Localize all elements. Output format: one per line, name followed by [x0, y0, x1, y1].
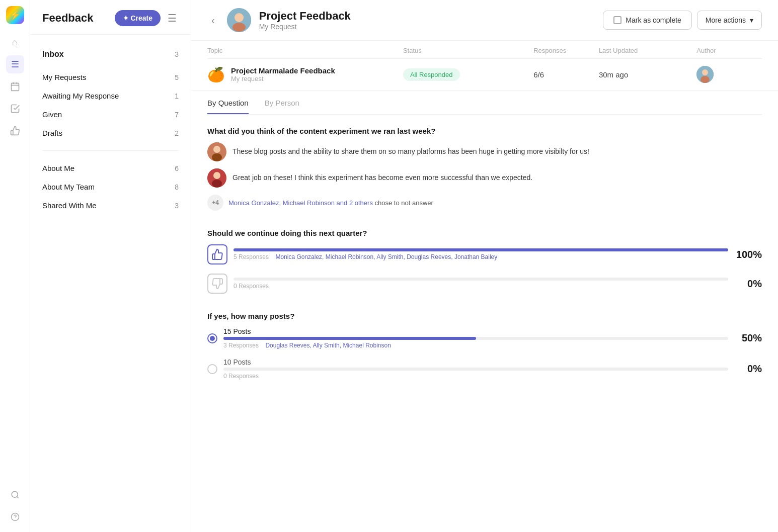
- respondent-1-avatar: [207, 142, 226, 161]
- svg-point-12: [702, 69, 708, 75]
- radio-15-dot: [210, 336, 215, 341]
- thumbsdown-pct: 0%: [734, 278, 762, 290]
- thumbsup-icon: [207, 244, 227, 264]
- thumbsup-bar-info: 5 Responses Monica Gonzalez, Michael Rob…: [234, 253, 728, 260]
- topic-sub: My request: [231, 75, 335, 82]
- sidebar-item-about-me[interactable]: About Me 6: [30, 159, 191, 178]
- more-actions-chevron-icon: ▾: [750, 16, 753, 24]
- main-content: ‹ Project Feedback My Request Mark as co…: [191, 0, 778, 532]
- radio-15-circle: [207, 333, 217, 343]
- page-subtitle: My Request: [259, 23, 351, 31]
- header-left: ‹ Project Feedback My Request: [207, 8, 351, 32]
- given-label: Given: [42, 110, 62, 119]
- my-requests-label: My Requests: [42, 73, 87, 81]
- thumbsdown-bar-track: [234, 278, 728, 281]
- radio-10-bar-info: 0 Responses: [223, 373, 728, 380]
- svg-point-13: [701, 76, 710, 83]
- inbox-count: 3: [175, 50, 179, 58]
- hamburger-button[interactable]: ☰: [166, 10, 179, 26]
- feedback-nav-icon[interactable]: ☰: [6, 55, 24, 73]
- respondent-2-avatar: [207, 168, 226, 188]
- checkbox-icon: [613, 16, 621, 24]
- app-logo-icon: ⚡: [10, 10, 21, 21]
- sidebar-item-given[interactable]: Given 7: [30, 105, 191, 124]
- response-item-2: Great job on these! I think this experim…: [207, 168, 762, 188]
- header-title-block: Project Feedback My Request: [259, 10, 351, 31]
- radio-15-names: Douglas Reeves, Ally Smith, Michael Robi…: [265, 342, 391, 349]
- more-actions-button[interactable]: More actions ▾: [697, 11, 762, 30]
- inbox-nav-item[interactable]: Inbox 3: [30, 45, 191, 64]
- sidebar-item-about-my-team[interactable]: About My Team 8: [30, 178, 191, 196]
- create-button[interactable]: ✦ Create: [115, 10, 161, 26]
- status-badge: All Responded: [403, 68, 460, 81]
- search-nav-icon[interactable]: [6, 486, 24, 504]
- my-requests-count: 5: [175, 73, 179, 81]
- col-responses: Responses: [533, 47, 599, 54]
- svg-point-10: [232, 23, 246, 32]
- thumbsup-pct: 100%: [734, 249, 762, 260]
- last-updated-cell: 30m ago: [599, 70, 696, 79]
- sidebar-title: Feedback: [42, 12, 94, 25]
- awaiting-count: 1: [175, 92, 179, 100]
- page-title: Project Feedback: [259, 10, 351, 23]
- sidebar-item-drafts[interactable]: Drafts 2: [30, 124, 191, 142]
- back-button[interactable]: ‹: [207, 13, 219, 28]
- question-2-text: Should we continue doing this next quart…: [207, 229, 762, 237]
- avatar-image: [227, 8, 251, 32]
- tab-by-person[interactable]: By Person: [265, 99, 299, 114]
- topic-info: Project Marmalade Feedback My request: [231, 66, 335, 82]
- radio-10-label: 10 Posts: [223, 358, 728, 366]
- radio-15-bar-info: 3 Responses Douglas Reeves, Ally Smith, …: [223, 342, 728, 349]
- svg-point-19: [212, 180, 222, 188]
- sidebar-nav: Inbox 3 My Requests 5 Awaiting My Respon…: [30, 35, 191, 532]
- radio-15-bar-fill: [223, 337, 476, 340]
- thumbsdown-count: 0 Responses: [234, 283, 269, 290]
- radio-15-bar-track: [223, 337, 728, 340]
- shared-with-me-label: Shared With Me: [42, 201, 97, 210]
- mark-complete-button[interactable]: Mark as complete: [603, 11, 691, 30]
- main-header: ‹ Project Feedback My Request Mark as co…: [191, 0, 778, 41]
- home-nav-icon[interactable]: ⌂: [6, 33, 24, 51]
- author-cell: [696, 66, 762, 83]
- about-section: About Me 6 About My Team 8 Shared With M…: [30, 157, 191, 217]
- sidebar-item-awaiting[interactable]: Awaiting My Response 1: [30, 86, 191, 105]
- thumbsup-count: 5 Responses: [234, 253, 269, 260]
- no-answer-group: +4 Monica Gonzalez, Michael Robinson and…: [207, 195, 762, 211]
- radio-10-bar-block: 10 Posts 0 Responses: [223, 358, 728, 380]
- help-nav-icon[interactable]: [6, 508, 24, 526]
- response-item-1: These blog posts and the ability to shar…: [207, 142, 762, 161]
- sidebar-divider: [42, 150, 179, 151]
- radio-10-bar-track: [223, 368, 728, 371]
- poll-option-thumbsup: 5 Responses Monica Gonzalez, Michael Rob…: [207, 244, 762, 264]
- radio-15-label: 15 Posts: [223, 327, 728, 335]
- table-row[interactable]: 🍊 Project Marmalade Feedback My request …: [207, 59, 762, 90]
- thumbsdown-bar-info: 0 Responses: [234, 283, 728, 290]
- header-right: Mark as complete More actions ▾: [603, 11, 762, 30]
- radio-10-pct: 0%: [734, 363, 762, 375]
- tasks-nav-icon[interactable]: [6, 100, 24, 118]
- thumbsdown-icon: [207, 274, 227, 294]
- svg-point-4: [12, 491, 18, 497]
- sidebar-item-shared-with-me[interactable]: Shared With Me 3: [30, 196, 191, 215]
- svg-point-16: [212, 153, 222, 161]
- sidebar-item-my-requests[interactable]: My Requests 5: [30, 68, 191, 86]
- author-avatar: [696, 66, 714, 83]
- feedback-table: Topic Status Responses Last Updated Auth…: [191, 41, 778, 91]
- svg-rect-0: [11, 83, 19, 91]
- col-last-updated: Last Updated: [599, 47, 696, 54]
- status-cell: All Responded: [403, 68, 533, 81]
- about-me-count: 6: [175, 164, 179, 172]
- responses-cell: 6/6: [533, 70, 599, 79]
- poll-option-thumbsdown: 0 Responses 0%: [207, 274, 762, 294]
- awaiting-label: Awaiting My Response: [42, 92, 119, 100]
- sidebar-header: Feedback ✦ Create ☰: [30, 0, 191, 35]
- tab-by-question[interactable]: By Question: [207, 99, 249, 114]
- calendar-nav-icon[interactable]: [6, 77, 24, 96]
- thumbsup-nav-icon[interactable]: [6, 122, 24, 140]
- topic-emoji: 🍊: [207, 66, 225, 83]
- topic-name: Project Marmalade Feedback: [231, 66, 335, 75]
- svg-point-18: [213, 172, 220, 179]
- question-3-block: If yes, how many posts? 15 Posts 3 Respo…: [207, 312, 762, 380]
- radio-10-count: 0 Responses: [223, 373, 259, 380]
- thumbsup-names: Monica Gonzalez, Michael Robinson, Ally …: [275, 253, 497, 260]
